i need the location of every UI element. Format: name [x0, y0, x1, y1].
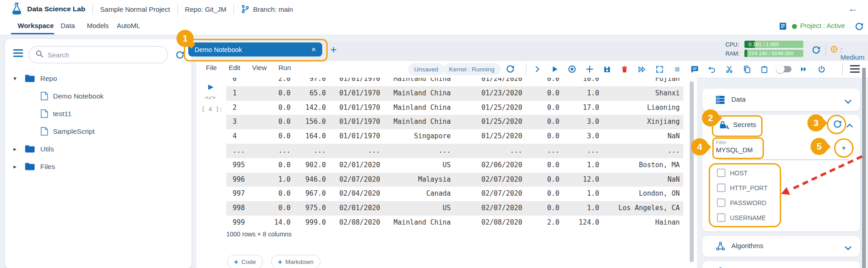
table-row: ........................... — [226, 144, 683, 158]
table-cell: ... — [563, 144, 603, 158]
table-row: 40.0164.001/01/1970Singapore01/25/20200.… — [226, 129, 683, 144]
menu-file[interactable]: File — [206, 64, 217, 71]
add-markdown-label: Markdown — [285, 259, 313, 265]
table-cell: 01/01/1970 — [329, 86, 384, 101]
tree-item-repo[interactable]: ▾Repo — [11, 70, 188, 87]
table-cell: 12.0 — [563, 173, 603, 187]
run-cell-icon[interactable] — [550, 64, 560, 75]
save-icon[interactable] — [602, 64, 612, 75]
tree-caret-icon[interactable]: ▸ — [11, 146, 19, 152]
table-cell: Canada — [384, 187, 454, 201]
tree-caret-icon[interactable]: ▸ — [11, 163, 19, 170]
algorithms-icon — [715, 241, 725, 253]
tree-item-samplescript[interactable]: SampleScript — [11, 122, 188, 140]
add-cell-icon[interactable] — [585, 64, 595, 75]
refresh-status-icon[interactable] — [854, 22, 864, 33]
table-cell: 999.0 — [294, 216, 329, 230]
copy-cell-icon[interactable] — [742, 64, 752, 75]
annotation-step-2: 2 — [702, 109, 719, 127]
interrupt-kernel-icon[interactable] — [567, 64, 577, 75]
row-index-cell: 999 — [226, 216, 253, 230]
ram-usage-bar: 224.140 / 5048.000 — [744, 50, 803, 57]
tree-item-label: Files — [40, 163, 55, 171]
table-cell: 0.0 — [526, 158, 563, 173]
run-all-icon[interactable] — [637, 64, 647, 75]
menu-run[interactable]: Run — [278, 64, 291, 71]
table-cell: 0.0 — [253, 86, 294, 101]
comments-icon[interactable] — [690, 64, 700, 75]
search-icon — [35, 50, 43, 60]
chevron-down-icon[interactable] — [844, 98, 852, 106]
add-code-label: Code — [241, 259, 256, 265]
table-cell: 0.0 — [526, 115, 563, 129]
add-markdown-cell-button[interactable]: +Markdown — [271, 255, 320, 268]
file-icon — [40, 91, 48, 101]
annotation-box-notebook-tab — [184, 39, 328, 61]
tree-item-demo-notebook[interactable]: Demo Notebook — [11, 87, 188, 105]
panel-section-algorithms[interactable]: Algorithms — [702, 236, 860, 257]
app-header: Data Science Lab Sample Normal Project R… — [0, 0, 868, 19]
data-science-lab-app: Data Science Lab Sample Normal Project R… — [0, 0, 868, 268]
refresh-tree-icon[interactable] — [175, 50, 185, 61]
refresh-resources-icon[interactable] — [811, 45, 821, 56]
row-index-cell: 4 — [226, 129, 253, 144]
cpu-usage-bar: 0.181 / 1.000 — [744, 41, 803, 48]
panel-section-data[interactable]: Data — [702, 89, 860, 111]
table-cell: Boston, MA — [603, 158, 683, 173]
table-cell: 2.0 — [253, 78, 294, 86]
ram-label: RAM: — [725, 51, 739, 57]
save-status-badge: Unsaved — [408, 63, 444, 75]
execution-count-label: [ 4 ]: — [201, 106, 223, 113]
table-cell: 2.0 — [526, 216, 563, 230]
cut-cell-icon[interactable] — [725, 64, 734, 75]
report-icon[interactable] — [778, 22, 787, 33]
tree-item-utils[interactable]: ▸Utils — [11, 140, 188, 158]
delete-cell-icon[interactable] — [620, 64, 630, 75]
notebook-scrollbar[interactable] — [690, 81, 694, 262]
table-cell: 0.0 — [526, 101, 563, 115]
chevron-up-icon[interactable] — [846, 122, 853, 130]
run-all-below-icon[interactable] — [799, 64, 809, 75]
sidebar-menu-icon[interactable] — [13, 47, 23, 59]
row-index-cell: 996 — [226, 173, 253, 187]
chevron-right-icon[interactable] — [532, 64, 542, 75]
run-cell-gutter-icon[interactable]: ▶ — [208, 83, 214, 91]
shutdown-kernel-icon[interactable] — [816, 64, 826, 75]
toggle-switch[interactable] — [777, 66, 792, 72]
tab-workspace[interactable]: Workspace — [18, 18, 54, 33]
table-cell: 142.0 — [294, 101, 329, 115]
refresh-secrets-icon[interactable] — [833, 119, 842, 131]
status-dot — [792, 24, 797, 29]
tab-models[interactable]: Models — [87, 18, 109, 33]
stop-kernel-icon[interactable] — [672, 64, 682, 75]
table-cell: 01/25/2020 — [454, 115, 526, 129]
fullscreen-icon[interactable] — [654, 64, 664, 75]
add-code-cell-button[interactable]: +Code — [227, 255, 263, 268]
table-cell: Fujian — [603, 78, 683, 86]
table-cell: 0.0 — [253, 129, 294, 144]
tree-item-test11[interactable]: test11 — [11, 105, 188, 122]
paste-cell-icon[interactable] — [759, 64, 769, 75]
annotation-step-1: 1 — [176, 30, 194, 47]
table-cell: ... — [253, 144, 294, 158]
back-arrow-icon[interactable]: ← — [848, 3, 858, 14]
table-cell: 02/06/2020 — [454, 158, 526, 173]
plus-icon: + — [234, 258, 238, 266]
table-cell: Mainland China — [384, 86, 454, 101]
menu-view[interactable]: View — [252, 64, 267, 71]
undo-icon[interactable] — [707, 64, 717, 75]
tree-caret-icon[interactable]: ▾ — [11, 75, 19, 82]
tab-data[interactable]: Data — [61, 18, 75, 33]
tab-automl[interactable]: AutoML — [117, 18, 140, 33]
table-cell: 1.0 — [563, 201, 603, 216]
search-input[interactable]: Search — [29, 46, 168, 63]
refresh-kernel-icon[interactable] — [506, 64, 515, 75]
menu-edit[interactable]: Edit — [229, 64, 240, 71]
chevron-down-icon[interactable] — [844, 244, 852, 252]
table-cell: 0.0 — [526, 201, 563, 216]
new-tab-icon[interactable]: + — [330, 43, 337, 56]
data-section-label: Data — [731, 95, 746, 103]
tree-item-files[interactable]: ▸Files — [11, 158, 188, 175]
toolbar-menu-icon[interactable] — [850, 63, 860, 75]
table-cell: Malaysia — [384, 173, 454, 187]
